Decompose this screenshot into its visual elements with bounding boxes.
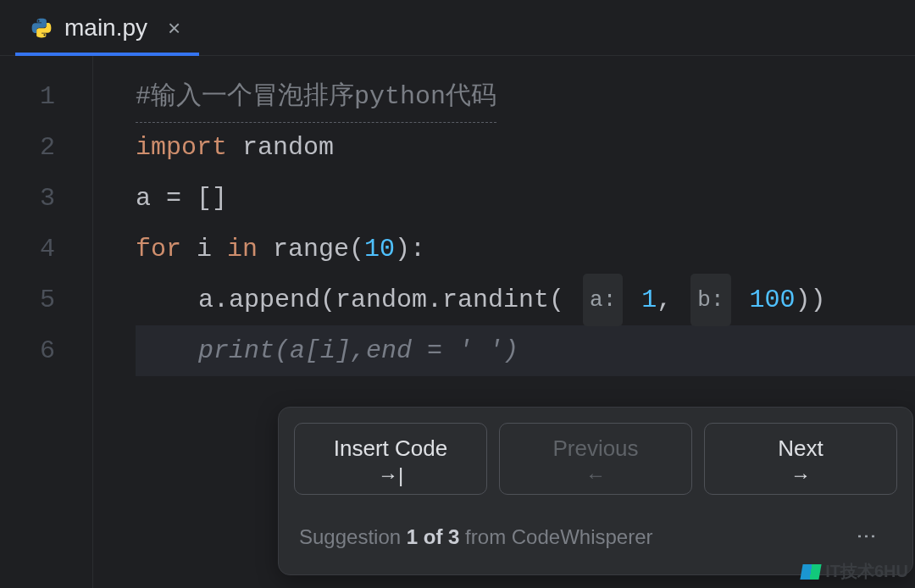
- previous-button[interactable]: Previous ←: [499, 423, 692, 495]
- arrow-left-icon: ←: [585, 465, 606, 485]
- line-number-gutter: 1 2 3 4 5 6: [0, 56, 93, 588]
- tab-bar: main.py ×: [0, 0, 915, 56]
- tab-main-py[interactable]: main.py ×: [15, 0, 199, 55]
- insert-icon: →|: [378, 465, 403, 485]
- close-icon[interactable]: ×: [168, 17, 180, 39]
- code-line-1[interactable]: #输入一个冒泡排序python代码: [136, 71, 915, 122]
- suggestion-status: Suggestion 1 of 3 from CodeWhisperer ⋮: [294, 510, 897, 563]
- insert-code-label: Insert Code: [334, 435, 447, 462]
- code-content[interactable]: #输入一个冒泡排序python代码 import random a = [] f…: [93, 56, 915, 588]
- code-line-5[interactable]: a.append(random.randint( a: 1, b: 100)): [136, 275, 915, 325]
- code-line-4[interactable]: for i in range(10):: [136, 224, 915, 275]
- code-line-3[interactable]: a = []: [136, 173, 915, 224]
- param-hint-a: a:: [583, 274, 623, 326]
- line-number: 1: [0, 71, 92, 122]
- next-label: Next: [778, 435, 823, 462]
- param-hint-b: b:: [690, 274, 730, 326]
- line-number: 5: [0, 275, 92, 325]
- previous-label: Previous: [552, 435, 638, 462]
- line-number: 6: [0, 325, 92, 376]
- line-number: 3: [0, 173, 92, 224]
- python-file-icon: [30, 17, 53, 39]
- arrow-right-icon: →: [790, 465, 811, 485]
- tab-filename: main.py: [64, 14, 147, 42]
- line-number: 4: [0, 224, 92, 275]
- line-number: 2: [0, 122, 92, 173]
- code-line-2[interactable]: import random: [136, 122, 915, 173]
- next-button[interactable]: Next →: [704, 423, 897, 495]
- watermark: IT技术6HU: [801, 560, 908, 583]
- editor-area[interactable]: 1 2 3 4 5 6 #输入一个冒泡排序python代码 import ran…: [0, 56, 915, 588]
- more-options-icon[interactable]: ⋮: [841, 526, 892, 548]
- insert-code-button[interactable]: Insert Code →|: [294, 423, 487, 495]
- code-suggestion-popup: Insert Code →| Previous ← Next → Suggest…: [278, 407, 913, 575]
- code-line-6-suggestion[interactable]: print(a[i],end = ' '): [136, 325, 915, 376]
- watermark-icon: [801, 564, 822, 580]
